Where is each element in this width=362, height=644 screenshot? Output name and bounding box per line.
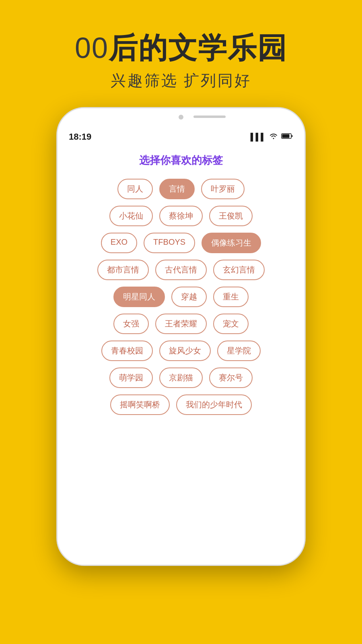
tag-7-2[interactable]: 赛尔号 — [209, 367, 253, 388]
phone-speaker — [193, 116, 226, 118]
title-zeros: 00 — [75, 32, 109, 64]
tag-8-0[interactable]: 摇啊笑啊桥 — [110, 394, 170, 415]
tag-1-1[interactable]: 蔡徐坤 — [159, 206, 203, 226]
sub-title: 兴趣筛选 扩列同好 — [111, 70, 252, 91]
tag-1-2[interactable]: 王俊凯 — [209, 206, 253, 226]
status-icons: ▌▌▌ — [251, 133, 293, 141]
tag-4-2[interactable]: 重生 — [213, 287, 249, 307]
tag-8-1[interactable]: 我们的少年时代 — [176, 394, 252, 415]
tag-3-1[interactable]: 古代言情 — [155, 260, 207, 280]
tag-6-0[interactable]: 青春校园 — [101, 341, 153, 361]
tags-row-6: 青春校园旋风少女星学院 — [101, 341, 261, 361]
tags-row-5: 女强王者荣耀宠文 — [113, 314, 249, 334]
tag-2-0[interactable]: EXO — [101, 233, 137, 253]
status-bar: 18:19 ▌▌▌ — [58, 128, 304, 145]
tag-6-1[interactable]: 旋风少女 — [159, 341, 211, 361]
tag-0-1[interactable]: 言情 — [159, 179, 195, 199]
header-section: 00后的文学乐园 兴趣筛选 扩列同好 — [0, 0, 362, 107]
status-time: 18:19 — [69, 132, 91, 142]
svg-rect-1 — [282, 134, 290, 138]
wifi-icon — [269, 133, 278, 141]
phone-notch — [58, 108, 304, 128]
tag-5-2[interactable]: 宠文 — [213, 314, 249, 334]
tag-0-0[interactable]: 同人 — [117, 179, 153, 199]
phone-frame: 18:19 ▌▌▌ 选择你喜欢的标签 同人言情叶罗丽小花仙蔡徐坤王俊凯 — [56, 107, 306, 566]
tags-row-4: 明星同人穿越重生 — [113, 287, 249, 307]
tag-3-0[interactable]: 都市言情 — [97, 260, 149, 280]
battery-icon — [281, 133, 293, 141]
phone-camera — [179, 115, 183, 120]
tags-row-3: 都市言情古代言情玄幻言情 — [97, 260, 265, 280]
signal-icon: ▌▌▌ — [251, 133, 266, 141]
tags-row-2: EXOTFBOYS偶像练习生 — [101, 233, 261, 253]
tag-4-1[interactable]: 穿越 — [171, 287, 207, 307]
tag-2-2[interactable]: 偶像练习生 — [202, 233, 261, 253]
tags-row-1: 小花仙蔡徐坤王俊凯 — [109, 206, 253, 226]
tag-4-0[interactable]: 明星同人 — [113, 287, 165, 307]
tag-7-1[interactable]: 京剧猫 — [159, 367, 203, 388]
tag-7-0[interactable]: 萌学园 — [109, 367, 153, 388]
phone-content: 选择你喜欢的标签 同人言情叶罗丽小花仙蔡徐坤王俊凯EXOTFBOYS偶像练习生都… — [58, 145, 304, 565]
tags-container: 同人言情叶罗丽小花仙蔡徐坤王俊凯EXOTFBOYS偶像练习生都市言情古代言情玄幻… — [70, 179, 292, 415]
tag-5-1[interactable]: 王者荣耀 — [155, 314, 207, 334]
tag-2-1[interactable]: TFBOYS — [144, 233, 195, 253]
tag-6-2[interactable]: 星学院 — [217, 341, 261, 361]
main-title: 00后的文学乐园 — [75, 32, 287, 64]
tag-3-2[interactable]: 玄幻言情 — [213, 260, 265, 280]
tag-1-0[interactable]: 小花仙 — [109, 206, 153, 226]
tags-row-0: 同人言情叶罗丽 — [117, 179, 245, 199]
tags-row-8: 摇啊笑啊桥我们的少年时代 — [110, 394, 252, 415]
title-text: 后的文学乐园 — [109, 32, 287, 64]
tags-row-7: 萌学园京剧猫赛尔号 — [109, 367, 253, 388]
page-title: 选择你喜欢的标签 — [139, 153, 223, 167]
tag-5-0[interactable]: 女强 — [113, 314, 149, 334]
tag-0-2[interactable]: 叶罗丽 — [201, 179, 245, 199]
